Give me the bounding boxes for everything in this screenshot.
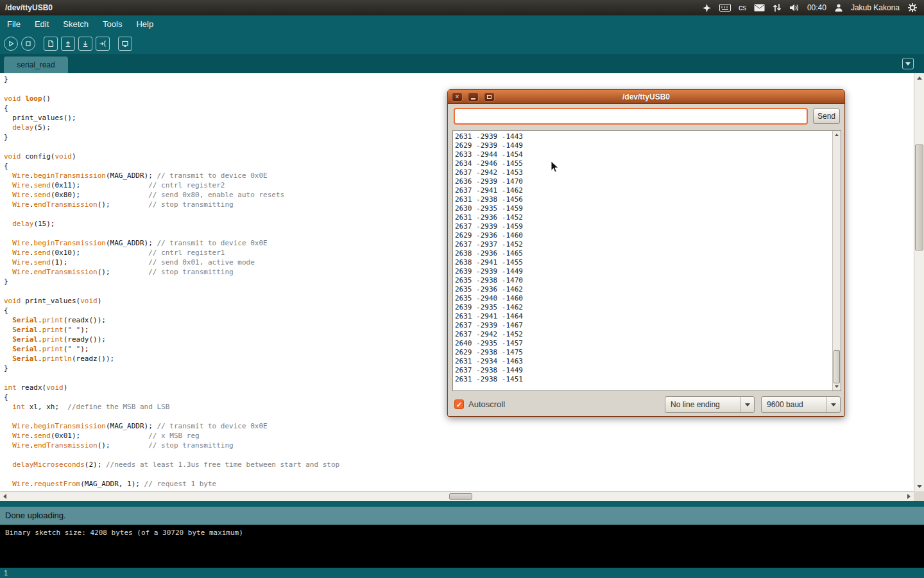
serial-row: 2637 -2939 -1459 <box>455 222 832 231</box>
tab-menu-icon[interactable] <box>902 58 914 69</box>
serial-row: 2631 -2934 -1463 <box>455 357 832 366</box>
serial-row: 2631 -2939 -1443 <box>455 132 832 141</box>
serial-row: 2636 -2939 -1470 <box>455 177 832 186</box>
console-output: Binary sketch size: 4208 bytes (of a 307… <box>0 525 924 568</box>
line-indicator-strip: 1 <box>0 568 924 578</box>
menu-edit[interactable]: Edit <box>28 15 56 33</box>
user-name[interactable]: Jakub Kakona <box>851 3 900 12</box>
vertical-scroll-thumb[interactable] <box>915 144 923 250</box>
serial-row: 2629 -2939 -1449 <box>455 141 832 150</box>
serial-row: 2637 -2937 -1452 <box>455 240 832 249</box>
serial-row: 2638 -2941 -1455 <box>455 258 832 267</box>
indicator-star-icon[interactable] <box>702 3 712 13</box>
code-line <box>4 469 914 479</box>
code-line: Wire.endTransmission(); // stop transmit… <box>4 441 914 450</box>
menu-help[interactable]: Help <box>129 15 160 33</box>
keyboard-icon[interactable] <box>719 4 731 12</box>
volume-icon[interactable] <box>789 3 800 12</box>
scroll-down-icon[interactable] <box>917 485 922 488</box>
serial-row: 2639 -2939 -1449 <box>455 267 832 276</box>
tabbar: serial_read <box>0 54 924 73</box>
serial-row: 2635 -2936 -1462 <box>455 285 832 294</box>
mail-icon[interactable] <box>754 4 765 12</box>
menu-file[interactable]: File <box>0 15 28 33</box>
serial-row: 2631 -2941 -1464 <box>455 312 832 321</box>
autoscroll-checkbox[interactable]: ✓ <box>454 399 464 409</box>
open-button[interactable] <box>61 37 75 51</box>
serial-row: 2637 -2941 -1462 <box>455 186 832 195</box>
line-ending-value: No line ending <box>671 397 720 412</box>
horizontal-scroll-thumb[interactable] <box>449 493 472 500</box>
baud-select[interactable]: 9600 baud <box>761 396 841 413</box>
menubar: FileEditSketchToolsHelp <box>0 15 924 33</box>
top-panel: /dev/ttyUSB0 cs 00:40 Jakub Kakona <box>0 0 924 15</box>
status-message: Done uploading. <box>5 511 66 520</box>
serial-row: 2637 -2942 -1453 <box>455 168 832 177</box>
serial-scrollbar[interactable] <box>832 131 841 390</box>
serial-monitor-controls: ✓ Autoscroll No line ending 9600 baud <box>448 396 844 414</box>
serial-monitor-titlebar[interactable]: × /dev/ttyUSB0 <box>448 90 844 104</box>
toolbar <box>0 33 924 54</box>
menu-tools[interactable]: Tools <box>96 15 129 33</box>
screen: /dev/ttyUSB0 cs 00:40 Jakub Kakona <box>0 0 924 578</box>
stop-button[interactable] <box>21 37 35 51</box>
serial-row: 2637 -2939 -1467 <box>455 321 832 330</box>
autoscroll-label: Autoscroll <box>468 396 505 414</box>
scrollbar-corner <box>914 491 924 501</box>
chevron-down-icon[interactable] <box>740 397 754 412</box>
serial-monitor-button[interactable] <box>118 37 132 51</box>
code-line: Wire.beginTransmission(MAG_ADDR); // tra… <box>4 421 914 431</box>
serial-scroll-down-icon[interactable] <box>835 385 839 388</box>
status-bar: Done uploading. <box>0 507 924 525</box>
serial-scroll-up-icon[interactable] <box>835 134 839 136</box>
line-indicator: 1 <box>4 569 8 577</box>
line-ending-select[interactable]: No line ending <box>665 396 755 413</box>
new-button[interactable] <box>44 37 58 51</box>
save-button[interactable] <box>78 37 92 51</box>
user-icon[interactable] <box>834 3 843 12</box>
serial-row: 2637 -2938 -1449 <box>455 366 832 375</box>
upload-button[interactable] <box>96 37 110 51</box>
serial-row: 2630 -2935 -1459 <box>455 204 832 213</box>
serial-row: 2631 -2938 -1451 <box>455 375 832 384</box>
baud-value: 9600 baud <box>767 397 803 412</box>
session-gear-icon[interactable] <box>907 3 918 13</box>
menu-sketch[interactable]: Sketch <box>56 15 96 33</box>
check-icon: ✓ <box>456 401 462 408</box>
sync-arrows-icon[interactable] <box>773 3 782 12</box>
serial-row: 2629 -2938 -1475 <box>455 348 832 357</box>
code-line: } <box>4 74 914 84</box>
serial-input[interactable] <box>454 108 808 125</box>
editor-horizontal-scrollbar[interactable] <box>0 491 914 501</box>
serial-row: 2634 -2946 -1455 <box>455 159 832 168</box>
serial-row: 2638 -2936 -1465 <box>455 249 832 258</box>
tab-serial-read[interactable]: serial_read <box>4 57 68 73</box>
serial-row: 2629 -2936 -1460 <box>455 231 832 240</box>
scroll-right-icon[interactable] <box>907 494 911 499</box>
code-line: Wire.send(0x01); // x MSB reg <box>4 431 914 441</box>
serial-row: 2635 -2938 -1470 <box>455 276 832 285</box>
code-line: Wire.requestFrom(MAG_ADDR, 1); // reques… <box>4 479 914 489</box>
scroll-up-icon[interactable] <box>917 76 922 80</box>
verify-button[interactable] <box>4 37 18 51</box>
console-text: Binary sketch size: 4208 bytes (of a 307… <box>5 529 243 537</box>
keyboard-layout-label[interactable]: cs <box>739 3 746 12</box>
serial-output-list[interactable]: 2631 -2939 -14432629 -2939 -14492633 -29… <box>452 130 841 391</box>
serial-row: 2631 -2938 -1456 <box>455 195 832 204</box>
scroll-left-icon[interactable] <box>3 494 6 499</box>
serial-monitor-title: /dev/ttyUSB0 <box>448 90 844 104</box>
serial-row: 2637 -2942 -1452 <box>455 330 832 339</box>
serial-monitor-window: × /dev/ttyUSB0 Send 2631 -2939 -14432629… <box>447 89 845 417</box>
clock[interactable]: 00:40 <box>807 3 826 12</box>
serial-row: 2635 -2940 -1460 <box>455 294 832 303</box>
editor-vertical-scrollbar[interactable] <box>914 73 924 491</box>
mouse-cursor <box>551 161 560 173</box>
serial-rows: 2631 -2939 -14432629 -2939 -14492633 -29… <box>453 132 832 390</box>
code-line <box>4 450 914 460</box>
serial-row: 2631 -2936 -1452 <box>455 213 832 222</box>
send-button[interactable]: Send <box>813 109 840 124</box>
serial-scroll-thumb[interactable] <box>834 350 840 383</box>
chevron-down-icon[interactable] <box>826 397 840 412</box>
code-line: delayMicroseconds(2); //needs at least 1… <box>4 460 914 469</box>
serial-row: 2633 -2944 -1454 <box>455 150 832 159</box>
